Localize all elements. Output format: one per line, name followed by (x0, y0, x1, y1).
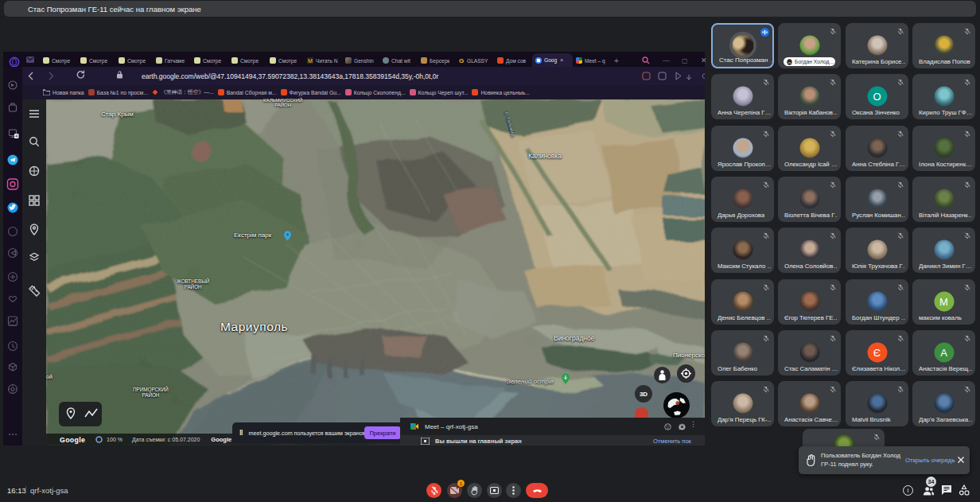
svg-text:earth.google.com/web/@47.10941: earth.google.com/web/@47.10941494,37.590… (142, 72, 439, 80)
svg-text:4: 4 (15, 134, 18, 138)
